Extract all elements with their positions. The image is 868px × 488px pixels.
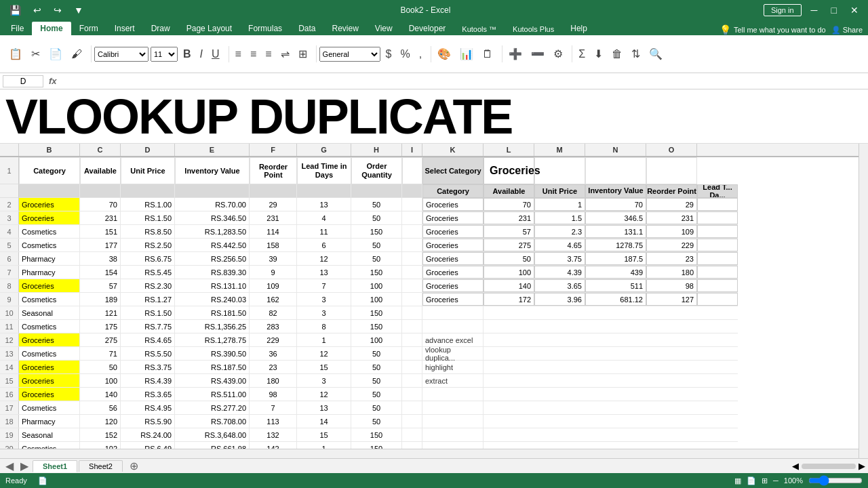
autosum-button[interactable]: Σ	[575, 46, 589, 62]
cell-unit-price[interactable]: RS.5.50	[121, 347, 175, 360]
cell-lead-time[interactable]: 13	[297, 266, 351, 279]
header-groceries-value[interactable]: Groceries	[484, 157, 534, 184]
cell-unit-price[interactable]: RS.6.75	[121, 252, 175, 265]
rc-reorder[interactable]: 109	[646, 225, 697, 238]
format-painter-button[interactable]: 🖌	[68, 46, 85, 62]
add-sheet-button[interactable]: ⊕	[124, 460, 144, 472]
rc-lead-time[interactable]	[697, 239, 738, 251]
rc-unit-price[interactable]: 3.75	[534, 252, 585, 265]
fill-button[interactable]: ⬇	[591, 45, 606, 62]
rc-category[interactable]: Groceries	[422, 225, 484, 238]
rc-reorder[interactable]: 98	[646, 279, 697, 292]
cell-lead-time[interactable]: 11	[297, 225, 351, 238]
rc-inv-value[interactable]: 511	[585, 279, 646, 292]
cell-available[interactable]: 70	[80, 198, 121, 211]
delete-cells-button[interactable]: ➖	[528, 45, 548, 62]
conditional-format-button[interactable]: 🎨	[434, 45, 454, 62]
cell-available[interactable]: 175	[80, 320, 121, 333]
tab-page-layout[interactable]: Page Layout	[178, 22, 240, 35]
align-right-button[interactable]: ≡	[262, 46, 275, 62]
header-reorder[interactable]: Reorder Point	[250, 157, 297, 184]
percent-button[interactable]: %	[397, 46, 414, 62]
cell-available[interactable]: 152	[80, 428, 121, 441]
rc-lead-time[interactable]	[697, 266, 738, 279]
rc-unit-price[interactable]: 4.65	[534, 239, 585, 251]
cell-inv-value[interactable]: RS.240.03	[175, 293, 250, 306]
header-lead-time[interactable]: Lead Time in Days	[297, 157, 351, 184]
cell-order-qty[interactable]: 150	[351, 320, 402, 333]
cell-inv-value[interactable]: RS.439.00	[175, 374, 250, 387]
cell-lead-time[interactable]: 3	[297, 306, 351, 319]
col-B-header[interactable]: B	[19, 144, 80, 156]
align-left-button[interactable]: ≡	[232, 46, 245, 62]
rc-reorder[interactable]: 180	[646, 266, 697, 279]
cell-lead-time[interactable]: 7	[297, 279, 351, 292]
cell-category[interactable]: Groceries	[19, 333, 80, 346]
rc-reorder[interactable]: 127	[646, 293, 697, 306]
cell-lead-time[interactable]: 14	[297, 415, 351, 428]
bold-button[interactable]: B	[180, 46, 195, 62]
cell-lead-time[interactable]: 13	[297, 401, 351, 414]
col-K-header[interactable]: K	[422, 144, 484, 156]
rc-inv-value[interactable]: 70	[585, 198, 646, 211]
rc-unit-price[interactable]: 1.5	[534, 211, 585, 224]
cell-reorder[interactable]: 162	[250, 293, 297, 306]
cell-available[interactable]: 38	[80, 252, 121, 265]
rc-category[interactable]: Groceries	[422, 239, 484, 251]
rc-category[interactable]: Groceries	[422, 198, 484, 211]
cell-lead-time[interactable]: 3	[297, 293, 351, 306]
v-scrollbar[interactable]	[859, 144, 868, 458]
undo-icon[interactable]: ↩	[29, 3, 45, 17]
cell-unit-price[interactable]: RS.3.75	[121, 361, 175, 373]
rc-inv-value[interactable]: 187.5	[585, 252, 646, 265]
cell-inv-value[interactable]: RS.3,648.00	[175, 428, 250, 441]
cell-available[interactable]: 140	[80, 388, 121, 401]
layout-page-icon[interactable]: 📄	[747, 476, 756, 485]
header-inv-value[interactable]: Inventory Value	[175, 157, 250, 184]
cell-unit-price[interactable]: RS.8.50	[121, 225, 175, 238]
cell-reorder[interactable]: 231	[250, 211, 297, 224]
comma-button[interactable]: ,	[416, 46, 425, 62]
formula-input[interactable]	[62, 76, 865, 87]
fx-button[interactable]: fx	[46, 76, 60, 86]
rc-unit-price[interactable]: 4.39	[534, 266, 585, 279]
col-I-header[interactable]: I	[402, 144, 422, 156]
cell-inv-value[interactable]: RS.390.50	[175, 347, 250, 360]
cell-inv-value[interactable]: RS.708.00	[175, 415, 250, 428]
align-center-button[interactable]: ≡	[247, 46, 260, 62]
cell-inv-value[interactable]: RS.1,356.25	[175, 320, 250, 333]
cell-order-qty[interactable]: 100	[351, 293, 402, 306]
cell-reorder[interactable]: 98	[250, 388, 297, 401]
name-box[interactable]	[3, 75, 43, 87]
cell-styles-button[interactable]: 🗒	[479, 46, 496, 62]
cell-unit-price[interactable]: RS.5.45	[121, 266, 175, 279]
cell-unit-price[interactable]: RS.5.90	[121, 415, 175, 428]
rc-category[interactable]: Groceries	[422, 293, 484, 306]
cell-inv-value[interactable]: RS.839.30	[175, 266, 250, 279]
cell-inv-value[interactable]: RS.70.00	[175, 198, 250, 211]
cell-unit-price[interactable]: RS.24.00	[121, 428, 175, 441]
header-select-category[interactable]: Select Category	[422, 157, 484, 184]
rc-lead-time[interactable]	[697, 198, 738, 211]
minimize-button[interactable]: ─	[807, 3, 822, 17]
cell-reorder[interactable]: 29	[250, 198, 297, 211]
cell-unit-price[interactable]: RS.7.75	[121, 320, 175, 333]
cell-unit-price[interactable]: RS.2.30	[121, 279, 175, 292]
cell-category[interactable]: Cosmetics	[19, 293, 80, 306]
cell-available[interactable]: 154	[80, 266, 121, 279]
cell-order-qty[interactable]: 50	[351, 198, 402, 211]
cell-unit-price[interactable]: RS.4.65	[121, 333, 175, 346]
rc-reorder[interactable]: 231	[646, 211, 697, 224]
rc-lead-time[interactable]	[697, 293, 738, 306]
cell-inv-value[interactable]: RS.131.10	[175, 279, 250, 292]
cell-order-qty[interactable]: 150	[351, 428, 402, 441]
cell-order-qty[interactable]: 50	[351, 361, 402, 373]
cell-unit-price[interactable]: RS.4.95	[121, 401, 175, 414]
share-button[interactable]: 👤 Share	[831, 26, 863, 35]
cell-available[interactable]: 71	[80, 347, 121, 360]
col-D-header[interactable]: D	[121, 144, 175, 156]
tab-help[interactable]: Help	[562, 22, 595, 35]
cell-category[interactable]: Cosmetics	[19, 225, 80, 238]
rc-available[interactable]: 100	[484, 266, 534, 279]
cell-available[interactable]: 57	[80, 279, 121, 292]
